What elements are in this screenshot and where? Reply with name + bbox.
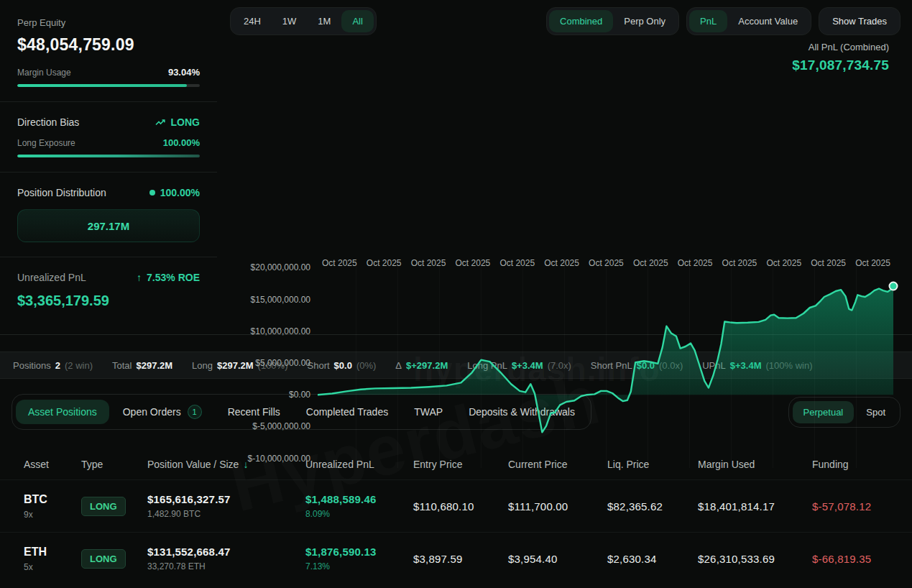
current-price: $111,700.00 <box>508 500 607 513</box>
col-header-funding[interactable]: Funding <box>812 459 912 470</box>
table-body: BTC9xLONG$165,616,327.571,482.90 BTC$1,4… <box>0 479 912 584</box>
position-distribution-box[interactable]: 297.17M <box>17 209 200 242</box>
position-distribution-value: 100.00% <box>160 187 200 198</box>
margin-used: $26,310,533.69 <box>698 553 812 565</box>
positions-table: AssetTypePosition Value / Size↓Unrealize… <box>0 449 912 584</box>
margin-usage-value: 93.04% <box>168 67 200 78</box>
col-header-label: Entry Price <box>413 459 462 470</box>
col-header-label: Unrealized PnL <box>305 459 374 470</box>
funding-value: $-66,819.35 <box>812 553 912 565</box>
upnl-percent: 8.09% <box>305 509 413 519</box>
range-1m[interactable]: 1M <box>307 10 341 32</box>
position-row-btc[interactable]: BTC9xLONG$165,616,327.571,482.90 BTC$1,4… <box>0 479 912 532</box>
y-axis-tick: $-5,000,000.00 <box>230 421 310 431</box>
metric-pnl[interactable]: PnL <box>689 10 727 32</box>
col-header-label: Current Price <box>508 459 567 470</box>
summary-label: Total <box>112 360 132 371</box>
chart-plot-area[interactable] <box>318 258 893 468</box>
upnl-value: $1,876,590.13 <box>305 546 413 558</box>
position-row-eth[interactable]: ETH5xLONG$131,552,668.4733,270.78 ETH$1,… <box>0 532 912 584</box>
col-header-asset[interactable]: Asset <box>24 459 81 470</box>
summary-total: Total$297.2M <box>112 360 172 371</box>
col-header-current-price[interactable]: Current Price <box>508 459 607 470</box>
col-header-position-value-size[interactable]: Position Value / Size↓ <box>147 459 305 470</box>
asset-leverage: 9x <box>24 510 81 520</box>
direction-bias-value: LONG <box>171 116 200 128</box>
long-exposure-bar <box>17 155 200 157</box>
mode-perp-only[interactable]: Perp Only <box>613 10 676 32</box>
summary-label: Positions <box>13 360 51 371</box>
tab-label: Asset Positions <box>28 406 97 418</box>
long-exposure-value: 100.00% <box>163 137 200 148</box>
overview-section: Perp Equity $48,054,759.09 Margin Usage … <box>0 0 912 335</box>
position-value: $165,616,327.57 <box>147 493 305 505</box>
metric-account-value[interactable]: Account Value <box>727 10 809 32</box>
unrealized-pnl-value: $3,365,179.59 <box>17 293 200 309</box>
long-badge: LONG <box>81 549 126 569</box>
summary-value: $297.2M <box>136 360 172 371</box>
col-header-unrealized-pnl[interactable]: Unrealized PnL <box>305 459 413 470</box>
trend-up-icon <box>155 119 166 127</box>
y-axis-tick: $20,000,000.00 <box>230 262 310 272</box>
table-header-row: AssetTypePosition Value / Size↓Unrealize… <box>0 449 912 479</box>
margin-usage-fill <box>17 84 187 87</box>
entry-price: $110,680.10 <box>413 500 508 513</box>
col-header-entry-price[interactable]: Entry Price <box>413 459 508 470</box>
col-header-label: Margin Used <box>698 459 755 470</box>
range-1w[interactable]: 1W <box>272 10 308 32</box>
pnl-chart[interactable]: hyperdash.info Oct 2025Oct 2025Oct 2025O… <box>230 258 901 468</box>
all-pnl-value: $17,087,734.75 <box>792 58 889 73</box>
asset-cell: ETH5x <box>24 546 81 572</box>
metric-group: PnLAccount Value <box>686 7 811 35</box>
sort-desc-icon[interactable]: ↓ <box>243 459 248 470</box>
tab-open-orders[interactable]: Open Orders1 <box>111 398 214 426</box>
y-axis-tick: $15,000,000.00 <box>230 295 310 305</box>
margin-used: $18,401,814.17 <box>698 500 812 513</box>
col-header-label: Funding <box>812 459 849 470</box>
divider <box>0 257 217 257</box>
divider <box>0 101 217 102</box>
arrow-up-icon: ↑ <box>137 272 142 283</box>
funding-value: $-57,078.12 <box>812 500 912 513</box>
margin-usage-label: Margin Usage <box>17 68 71 78</box>
all-pnl-label: All PnL (Combined) <box>792 42 889 52</box>
pnl-area-fill <box>318 286 893 432</box>
y-axis-tick: $10,000,000.00 <box>230 326 310 336</box>
liq-price: $2,630.34 <box>607 553 698 565</box>
position-size: 1,482.90 BTC <box>147 509 305 519</box>
liq-price: $82,365.62 <box>607 500 698 513</box>
summary-value: 2 <box>55 360 60 371</box>
range-all[interactable]: All <box>341 10 373 32</box>
col-header-margin-used[interactable]: Margin Used <box>698 459 812 470</box>
position-size: 33,270.78 ETH <box>147 561 305 571</box>
asset-leverage: 5x <box>24 562 81 572</box>
divider <box>0 172 217 173</box>
type-cell: LONG <box>81 497 147 516</box>
time-range-group: 24H1W1MAll <box>230 7 377 35</box>
position-value: $131,552,668.47 <box>147 546 305 558</box>
value-size-cell: $165,616,327.571,482.90 BTC <box>147 493 305 519</box>
unrealized-pnl-cell: $1,488,589.468.09% <box>305 493 413 519</box>
range-24h[interactable]: 24H <box>233 10 272 32</box>
upnl-value: $1,488,589.46 <box>305 493 413 505</box>
col-header-label: Position Value / Size <box>147 459 239 470</box>
account-sidebar: Perp Equity $48,054,759.09 Margin Usage … <box>0 0 217 334</box>
col-header-label: Asset <box>24 459 49 470</box>
direction-bias-label: Direction Bias <box>17 116 79 128</box>
value-size-cell: $131,552,668.4733,270.78 ETH <box>147 546 305 571</box>
col-header-type[interactable]: Type <box>81 459 147 470</box>
long-exposure-fill <box>17 155 200 157</box>
show-trades-button[interactable]: Show Trades <box>819 7 901 35</box>
mode-combined[interactable]: Combined <box>549 10 613 32</box>
tab-asset-positions[interactable]: Asset Positions <box>16 400 109 424</box>
long-dot-icon <box>149 190 155 196</box>
view-mode-group: CombinedPerp Only <box>546 7 679 35</box>
summary-positions: Positions2(2 win) <box>13 360 93 371</box>
col-header-liq-price[interactable]: Liq. Price <box>607 459 698 470</box>
margin-usage-bar <box>17 84 200 87</box>
long-badge: LONG <box>81 497 126 516</box>
col-header-label: Liq. Price <box>607 459 649 470</box>
position-distribution-amount: 297.17M <box>88 220 129 232</box>
asset-cell: BTC9x <box>24 493 81 520</box>
perp-equity-value: $48,054,759.09 <box>17 35 200 55</box>
